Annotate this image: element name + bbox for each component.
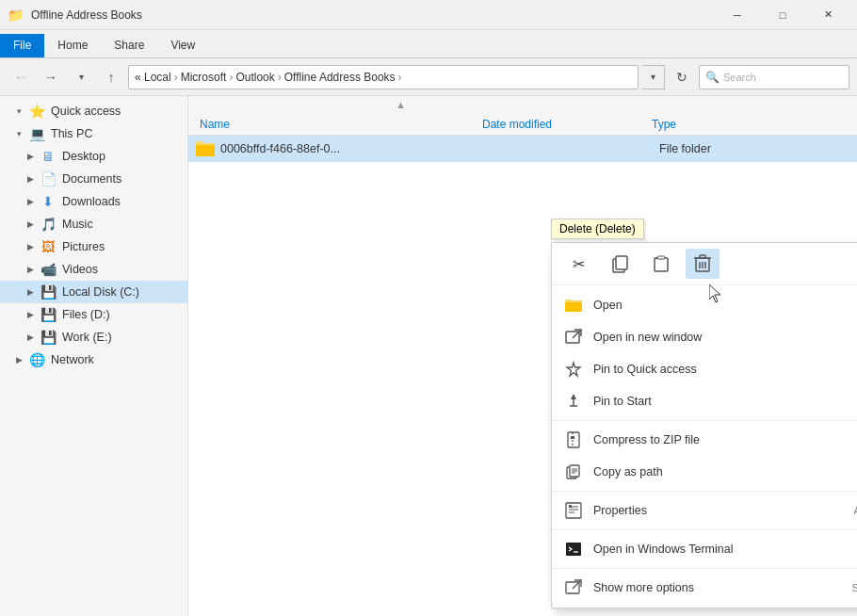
ctx-pin-start-label: Pin to Start <box>593 395 857 408</box>
ctx-open[interactable]: Open Enter <box>552 289 857 321</box>
svg-rect-26 <box>568 432 579 447</box>
quick-access-icon: ⭐ <box>28 103 45 120</box>
col-header-type[interactable]: Type <box>644 113 785 135</box>
sidebar-label-this-pc: This PC <box>51 127 180 140</box>
sidebar-item-work-e[interactable]: ▶ 💾 Work (E:) <box>0 326 187 349</box>
nav-back-button[interactable]: ← <box>8 64 34 90</box>
expand-desktop: ▶ <box>23 149 38 164</box>
downloads-icon: ⬇ <box>40 193 57 210</box>
col-header-date[interactable]: Date modified <box>475 113 644 135</box>
search-placeholder: Search <box>723 72 756 83</box>
sidebar-item-local-disk-c[interactable]: ▶ 💾 Local Disk (C:) <box>0 281 187 303</box>
title-bar-icons: 📁 <box>8 8 24 23</box>
ctx-cut-button[interactable]: ✂ <box>561 249 595 279</box>
svg-rect-2 <box>196 145 215 155</box>
address-offline-books: Offline Address Books <box>284 71 396 84</box>
sidebar-item-files-d[interactable]: ▶ 💾 Files (D:) <box>0 303 187 326</box>
expand-network: ▶ <box>11 352 26 367</box>
expand-icon-pc: ▾ <box>11 126 26 141</box>
ctx-compress-zip[interactable]: Compress to ZIP file <box>552 424 857 456</box>
ctx-pin-quick-access-label: Pin to Quick access <box>593 363 857 376</box>
address-box[interactable]: « Local › Microsoft › Outlook › Offline … <box>128 65 639 89</box>
ctx-show-more[interactable]: Show more options Shift+F10 <box>552 572 857 604</box>
search-box[interactable]: 🔍 Search <box>699 65 849 89</box>
local-disk-c-icon: 💾 <box>40 284 57 300</box>
expand-music: ▶ <box>23 217 38 232</box>
ctx-open-new-window[interactable]: Open in new window <box>552 321 857 353</box>
svg-rect-39 <box>566 543 581 556</box>
address-outlook: Outlook <box>235 71 274 84</box>
col-header-name[interactable]: Name <box>192 113 475 135</box>
sidebar-item-desktop[interactable]: ▶ 🖥 Desktop <box>0 145 187 168</box>
sidebar: ▾ ⭐ Quick access ▾ 💻 This PC ▶ 🖥 Desktop… <box>0 96 188 616</box>
close-button[interactable]: ✕ <box>806 0 849 30</box>
search-icon: 🔍 <box>705 71 720 84</box>
ctx-properties-label: Properties <box>593 504 834 517</box>
tab-share[interactable]: Share <box>101 34 157 57</box>
ctx-show-more-shortcut: Shift+F10 <box>852 582 857 593</box>
ctx-pin-start[interactable]: Pin to Start <box>552 385 857 417</box>
tooltip-text: Delete (Delete) <box>559 222 636 235</box>
title-bar-controls: ─ □ ✕ <box>716 0 849 30</box>
sidebar-item-music[interactable]: ▶ 🎵 Music <box>0 213 187 235</box>
files-d-icon: 💾 <box>40 306 57 323</box>
table-row[interactable]: 0006bffd-f466-88ef-0... File folder <box>188 136 857 162</box>
tab-view[interactable]: View <box>157 34 208 57</box>
tab-home[interactable]: Home <box>44 34 101 57</box>
ctx-copy-path[interactable]: Copy as path <box>552 456 857 488</box>
svg-rect-38 <box>569 505 572 508</box>
sidebar-label-work-e: Work (E:) <box>62 331 180 344</box>
sidebar-label-downloads: Downloads <box>62 195 180 208</box>
maximize-button[interactable]: □ <box>761 0 804 30</box>
ctx-properties[interactable]: Properties Alt+Enter <box>552 494 857 527</box>
svg-rect-7 <box>655 258 668 271</box>
svg-rect-34 <box>566 503 581 518</box>
ctx-pin-quick-access[interactable]: Pin to Quick access <box>552 353 857 385</box>
pictures-icon: 🖼 <box>40 238 57 255</box>
ctx-open-terminal[interactable]: Open in Windows Terminal <box>552 533 857 565</box>
main-layout: ▾ ⭐ Quick access ▾ 💻 This PC ▶ 🖥 Desktop… <box>0 96 857 616</box>
address-dropdown[interactable]: ▾ <box>642 65 665 89</box>
sidebar-item-quick-access[interactable]: ▾ ⭐ Quick access <box>0 100 187 122</box>
sort-indicator: ▲ <box>188 96 857 113</box>
nav-forward-button[interactable]: → <box>38 64 64 90</box>
work-e-icon: 💾 <box>40 329 57 346</box>
documents-icon: 📄 <box>40 170 57 187</box>
context-menu-toolbar: ✂ <box>552 243 857 285</box>
ctx-copy-button[interactable] <box>603 249 637 279</box>
sidebar-item-documents[interactable]: ▶ 📄 Documents <box>0 168 187 190</box>
svg-marker-22 <box>567 363 580 376</box>
videos-icon: 📹 <box>40 261 57 278</box>
sidebar-label-local-disk-c: Local Disk (C:) <box>62 285 180 299</box>
sidebar-label-files-d: Files (D:) <box>62 308 180 321</box>
svg-line-42 <box>573 580 581 589</box>
pin-quick-access-icon <box>563 359 584 380</box>
open-new-window-icon <box>563 327 584 348</box>
ctx-paste-button[interactable] <box>644 249 678 279</box>
context-menu: ✂ <box>551 242 857 608</box>
nav-recent-button[interactable]: ▾ <box>68 64 94 90</box>
ctx-divider-1 <box>552 420 857 421</box>
tab-file[interactable]: File <box>0 34 44 57</box>
minimize-button[interactable]: ─ <box>716 0 759 30</box>
sidebar-label-network: Network <box>51 353 180 366</box>
delete-tooltip: Delete (Delete) <box>551 219 644 239</box>
sidebar-item-videos[interactable]: ▶ 📹 Videos <box>0 258 187 281</box>
ribbon-tabs: File Home Share View <box>0 30 857 58</box>
expand-local-c: ▶ <box>23 284 38 300</box>
ctx-delete-button[interactable] <box>686 249 720 279</box>
sidebar-item-this-pc[interactable]: ▾ 💻 This PC <box>0 122 187 145</box>
nav-up-button[interactable]: ↑ <box>98 64 124 90</box>
this-pc-icon: 💻 <box>28 125 45 142</box>
sidebar-item-network[interactable]: ▶ 🌐 Network <box>0 349 187 371</box>
ctx-compress-zip-label: Compress to ZIP file <box>593 433 857 446</box>
open-icon <box>563 295 584 316</box>
sidebar-label-quick-access: Quick access <box>51 105 180 118</box>
sidebar-label-desktop: Desktop <box>62 150 180 163</box>
svg-rect-18 <box>565 302 582 312</box>
expand-files-d: ▶ <box>23 307 38 322</box>
sidebar-item-pictures[interactable]: ▶ 🖼 Pictures <box>0 235 187 258</box>
expand-work-e: ▶ <box>23 330 38 345</box>
sidebar-item-downloads[interactable]: ▶ ⬇ Downloads <box>0 190 187 213</box>
refresh-button[interactable]: ↻ <box>669 65 695 89</box>
